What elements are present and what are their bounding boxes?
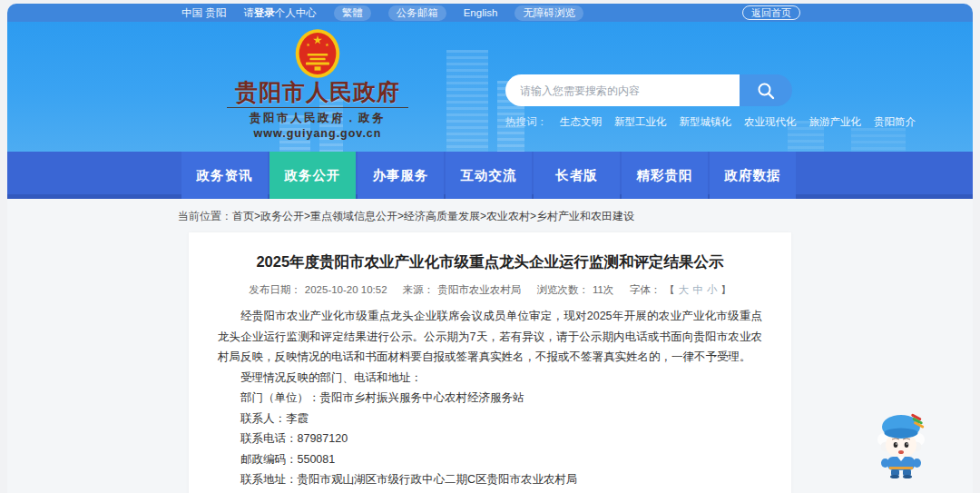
contact-address: 联系地址：贵阳市观山湖区市级行政中心二期C区贵阳市农业农村局 — [218, 469, 762, 490]
nav-tab-hudong-jiaoliu[interactable]: 互动交流 — [446, 152, 532, 199]
hot-search-row: 热搜词： 生态文明 新型工业化 新型城镇化 农业现代化 旅游产业化 贵阳简介 — [505, 115, 792, 129]
official-mail-link[interactable]: 公务邮箱 — [388, 5, 446, 21]
login-prefix: 请 — [243, 7, 254, 18]
article-paragraph: 受理情况反映的部门、电话和地址： — [218, 368, 762, 389]
article-paragraph: 经贵阳市农业产业化市级重点龙头企业联席会议成员单位审定，现对2025年开展的农业… — [218, 306, 762, 368]
logo-divider — [227, 107, 408, 108]
hot-search-item[interactable]: 生态文明 — [560, 115, 602, 129]
login-link[interactable]: 请登录个人中心 — [243, 6, 317, 20]
source-label: 来源： — [403, 284, 435, 295]
article-body: 经贵阳市农业产业化市级重点龙头企业联席会议成员单位审定，现对2025年开展的农业… — [218, 306, 762, 490]
search-input[interactable] — [505, 74, 740, 106]
contact-department: 部门（单位）：贵阳市乡村振兴服务中心农村经济服务站 — [218, 388, 762, 409]
hot-search-label: 热搜词： — [505, 115, 547, 129]
nav-tab-zhengwu-zixun[interactable]: 政务资讯 — [181, 152, 268, 199]
nav-tab-zhangzheban[interactable]: 长者版 — [534, 152, 620, 199]
article-card: 2025年度贵阳市农业产业化市级重点龙头企业运行监测和评定结果公示 发布日期：2… — [189, 232, 791, 493]
nav-tab-jingcai-guiyang[interactable]: 精彩贵阳 — [622, 152, 708, 199]
english-link[interactable]: English — [464, 7, 498, 18]
site-name: 贵阳市人民政府 — [218, 80, 417, 104]
contact-person: 联系人：李霞 — [218, 409, 762, 429]
accessibility-link[interactable]: 无障碍浏览 — [514, 5, 583, 21]
mascot-icon — [873, 408, 929, 478]
breadcrumb-path[interactable]: 首页>政务公开>重点领域信息公开>经济高质量发展>农业农村>乡村产业和农田建设 — [232, 210, 634, 222]
views-label: 浏览次数： — [537, 284, 590, 295]
source-value: 贵阳市农业农村局 — [437, 284, 521, 295]
hot-search-item[interactable]: 旅游产业化 — [809, 115, 862, 129]
search-area: 热搜词： 生态文明 新型工业化 新型城镇化 农业现代化 旅游产业化 贵阳简介 — [505, 74, 792, 129]
nav-tab-zhengfu-shuju[interactable]: 政府数据 — [710, 152, 796, 199]
login-suffix: 个人中心 — [275, 7, 317, 18]
site-url: www.guiyang.gov.cn — [218, 127, 417, 140]
search-icon — [756, 81, 776, 101]
breadcrumb: 当前位置：首页>政务公开>重点领域信息公开>经济高质量发展>农业农村>乡村产业和… — [178, 209, 973, 224]
font-size-small-button[interactable]: 小 — [707, 284, 718, 295]
bracket: 】 — [720, 284, 731, 295]
breadcrumb-label: 当前位置： — [178, 210, 232, 222]
hot-search-item[interactable]: 农业现代化 — [744, 115, 797, 129]
national-emblem-icon — [294, 27, 341, 80]
skyline-decoration — [851, 128, 906, 152]
article-meta: 发布日期：2025-10-20 10:52 来源：贵阳市农业农村局 浏览次数：1… — [218, 283, 762, 297]
mascot-assistant-widget[interactable] — [873, 408, 929, 482]
font-size-large-button[interactable]: 大 — [679, 284, 690, 295]
bracket: 【 — [664, 284, 675, 295]
font-size-label: 字体： — [630, 284, 662, 295]
site-banner: 贵阳市人民政府 贵阳市人民政府．政务 www.guiyang.gov.cn 热搜… — [7, 22, 973, 152]
nav-tab-zhengwu-gongkai[interactable]: 政务公开 — [270, 152, 356, 199]
contact-postcode: 邮政编码：550081 — [218, 449, 762, 470]
top-utility-bar: 中国 贵阳 请登录个人中心 繁體 公务邮箱 English 无障碍浏览 返回首页 — [7, 4, 973, 22]
browser-page: 中国 贵阳 请登录个人中心 繁體 公务邮箱 English 无障碍浏览 返回首页 — [7, 4, 973, 493]
main-nav: 政务资讯 政务公开 办事服务 互动交流 长者版 精彩贵阳 政府数据 — [7, 152, 973, 199]
font-size-medium-button[interactable]: 中 — [692, 284, 703, 295]
hot-search-item[interactable]: 贵阳简介 — [874, 115, 916, 129]
content-area: 当前位置：首页>政务公开>重点领域信息公开>经济高质量发展>农业农村>乡村产业和… — [7, 199, 973, 493]
region-link[interactable]: 中国 贵阳 — [181, 6, 226, 20]
skyline-decoration — [446, 50, 488, 152]
views-value: 11次 — [593, 284, 613, 295]
nav-tab-banshi-fuwu[interactable]: 办事服务 — [358, 152, 444, 199]
hot-search-item[interactable]: 新型工业化 — [614, 115, 667, 129]
site-subtitle: 贵阳市人民政府．政务 — [218, 111, 417, 126]
login-bold: 登录 — [254, 7, 275, 18]
contact-phone: 联系电话：87987120 — [218, 429, 762, 449]
search-button[interactable] — [740, 74, 792, 106]
article-title: 2025年度贵阳市农业产业化市级重点龙头企业运行监测和评定结果公示 — [218, 251, 762, 272]
site-logo[interactable]: 贵阳市人民政府 贵阳市人民政府．政务 www.guiyang.gov.cn — [218, 27, 417, 140]
traditional-chinese-link[interactable]: 繁體 — [334, 5, 371, 21]
back-home-button[interactable]: 返回首页 — [742, 5, 800, 20]
hot-search-item[interactable]: 新型城镇化 — [680, 115, 732, 129]
publish-date-value: 2025-10-20 10:52 — [305, 284, 387, 295]
publish-date-label: 发布日期： — [249, 284, 301, 295]
